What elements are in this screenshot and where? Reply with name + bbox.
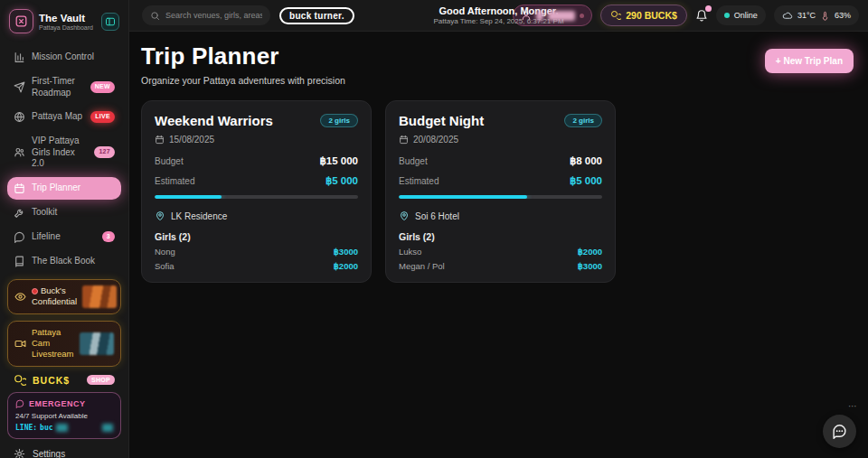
sidebar-item-mission-control[interactable]: Mission Control: [7, 46, 121, 69]
globe-icon: [14, 111, 25, 123]
sidebar-item-first-timer-roadmap[interactable]: First-Timer Roadmap NEW: [7, 70, 121, 104]
sidebar-item-pattaya-map[interactable]: Pattaya Map LIVE: [7, 106, 121, 128]
online-status-pill: Online: [716, 5, 766, 25]
search-input[interactable]: [165, 11, 262, 20]
chat-fab-button[interactable]: [823, 415, 856, 448]
location-pin-icon: [399, 210, 410, 221]
confidential-thumbnail: [82, 285, 117, 308]
emergency-line-row: LINE: buc: [15, 424, 113, 432]
emergency-header: EMERGENCY: [15, 399, 113, 408]
sidebar-item-label: Trip Planner: [32, 182, 115, 194]
sidebar-nav: Mission Control First-Timer Roadmap NEW …: [7, 46, 121, 273]
new-trip-plan-button[interactable]: + New Trip Plan: [765, 49, 854, 73]
trip-date: 20/08/2025: [413, 135, 458, 145]
page-subtitle: Organize your Pattaya adventures with pr…: [141, 75, 345, 86]
estimated-value: ฿5 000: [326, 174, 358, 187]
girl-row: Sofia ฿2000: [155, 261, 358, 271]
count-badge: 127: [94, 146, 115, 158]
trip-card-budget-night[interactable]: Budget Night 2 girls 20/08/2025 Budget ฿…: [385, 100, 616, 283]
paper-plane-icon: [14, 81, 25, 93]
location-pin-icon: [155, 210, 165, 221]
line-value: buc: [40, 424, 52, 432]
bucks-confidential-card[interactable]: Buck's Confidential: [7, 279, 121, 314]
girl-name: Lukso: [399, 247, 421, 257]
budget-label: Budget: [399, 156, 428, 166]
sidebar-collapse-button[interactable]: [101, 13, 119, 31]
users-icon: [14, 146, 25, 158]
app-title: The Vault: [39, 13, 96, 23]
budget-value: ฿15 000: [320, 154, 359, 167]
app-window: The Vault Pattaya Dashboard Mission Cont…: [0, 0, 868, 458]
live-badge: LIVE: [90, 111, 115, 123]
sidebar-item-label: Lifeline: [32, 231, 96, 243]
emergency-title: EMERGENCY: [29, 399, 86, 408]
profile-status-dot: [580, 14, 584, 18]
humidity-value: 63%: [835, 11, 851, 20]
cloud-icon: [782, 10, 793, 21]
promo-label: Pattaya Cam Livestream: [32, 327, 74, 360]
shop-badge: SHOP: [87, 375, 115, 385]
sidebar-item-toolkit[interactable]: Toolkit: [7, 201, 121, 224]
girls-section-label: Girls (2): [155, 231, 358, 242]
sidebar-item-label: Toolkit: [32, 207, 115, 219]
chat-bubble-icon: [15, 399, 24, 408]
buck-turner-logo: buck turner.: [279, 7, 354, 24]
search-box[interactable]: [142, 5, 270, 25]
budget-row: Budget ฿8 000: [399, 154, 602, 167]
app-subtitle: Pattaya Dashboard: [39, 24, 96, 31]
girl-row: Megan / Pol ฿3000: [399, 261, 602, 271]
sidebar-item-black-book[interactable]: The Black Book: [7, 250, 121, 273]
girl-name: Megan / Pol: [399, 261, 445, 271]
thermometer-icon: [820, 11, 830, 21]
budget-row: Budget ฿15 000: [155, 154, 358, 167]
girl-row: Lukso ฿2000: [399, 247, 602, 257]
sidebar-item-lifeline[interactable]: Lifeline 3: [7, 226, 121, 248]
trip-card-weekend-warriors[interactable]: Weekend Warriors 2 girls 15/08/2025 Budg…: [141, 100, 372, 283]
chart-icon: [14, 51, 25, 63]
sidebar-item-label: Mission Control: [32, 51, 115, 63]
notification-dot: [705, 5, 712, 12]
emergency-card[interactable]: EMERGENCY 24/7 Support Available LINE: b…: [7, 392, 121, 439]
chat-menu-dots: ⋯: [848, 401, 858, 411]
girl-name: Sofia: [155, 261, 175, 271]
video-camera-icon: [14, 338, 26, 350]
estimated-value: ฿5 000: [570, 174, 602, 187]
trip-date-row: 15/08/2025: [155, 135, 358, 145]
sidebar-item-bucks-shop[interactable]: BUCK$ SHOP: [7, 367, 121, 392]
girl-row: Nong ฿3000: [155, 247, 358, 257]
notifications-button[interactable]: [695, 9, 708, 22]
pattaya-cam-card[interactable]: Pattaya Cam Livestream: [7, 321, 121, 367]
sidebar-item-trip-planner[interactable]: Trip Planner: [7, 177, 121, 200]
calendar-icon: [14, 182, 25, 194]
topbar: buck turner. Good Afternoon, Monger. Pat…: [129, 0, 868, 32]
weather-pill: 31°C 63%: [774, 5, 859, 25]
sidebar-item-label: The Black Book: [32, 256, 115, 267]
online-dot-icon: [724, 13, 730, 18]
trip-location-row: LK Residence: [155, 210, 358, 221]
emergency-subtitle: 24/7 Support Available: [15, 412, 113, 420]
sidebar-item-vip-girls-index[interactable]: VIP Pattaya Girls Index 2.0 127: [7, 130, 121, 175]
chat-dots-icon: [832, 424, 847, 439]
temperature-value: 31°C: [797, 11, 816, 20]
trip-card-header: Budget Night 2 girls: [399, 113, 602, 128]
redacted-username: [548, 11, 575, 21]
girl-price: ฿2000: [334, 261, 358, 271]
settings-label: Settings: [33, 449, 65, 458]
budget-progress-fill: [399, 195, 527, 199]
gear-icon: [14, 448, 25, 458]
coins-icon: [610, 10, 621, 21]
girl-price: ฿3000: [578, 261, 602, 271]
wrench-icon: [14, 207, 25, 219]
app-title-block: The Vault Pattaya Dashboard: [39, 13, 96, 31]
nsfw-icon: [32, 288, 38, 294]
sidebar-item-settings[interactable]: Settings: [7, 439, 121, 458]
bucks-balance-pill[interactable]: 290 BUCK$: [600, 5, 687, 26]
estimated-row: Estimated ฿5 000: [399, 174, 602, 187]
trip-cards-row: Weekend Warriors 2 girls 15/08/2025 Budg…: [141, 100, 854, 283]
page-title-block: Trip Planner Organize your Pattaya adven…: [141, 42, 345, 86]
budget-progress-bar: [155, 195, 358, 199]
page-header: Trip Planner Organize your Pattaya adven…: [141, 42, 854, 86]
local-time: Pattaya Time: Sep 24, 2025, 6:37:21 PM: [433, 17, 563, 25]
sidebar-header: The Vault Pattaya Dashboard: [7, 7, 121, 41]
online-status-label: Online: [734, 11, 758, 20]
